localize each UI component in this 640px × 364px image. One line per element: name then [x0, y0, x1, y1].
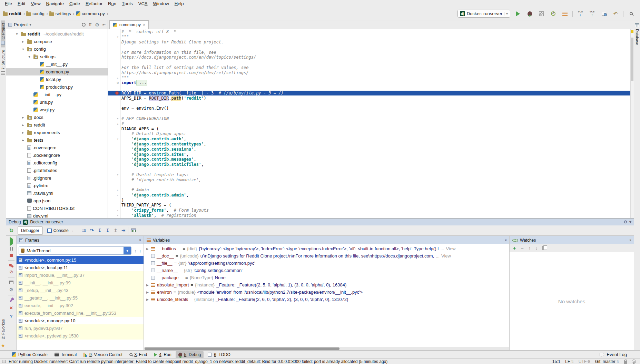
vcs-update-button[interactable]: VCS↓	[576, 10, 584, 18]
step-out-button[interactable]: ↥	[114, 228, 117, 233]
fold-marker-icon[interactable]: ▿	[117, 137, 119, 141]
sidebar-item-favorites[interactable]: 2: Favorites	[1, 316, 5, 342]
tab-debugger[interactable]: Debugger	[18, 226, 43, 235]
scrollbar-thumb[interactable]	[145, 347, 339, 350]
hide-panel-icon[interactable]: ⇤	[102, 22, 106, 27]
fold-marker-icon[interactable]: ▿	[117, 117, 119, 120]
tree-toggle-icon[interactable]: ▾	[21, 47, 26, 51]
resume-button[interactable]	[10, 239, 13, 244]
editor-tab[interactable]: common.py ×	[109, 20, 149, 29]
run-button[interactable]	[514, 10, 522, 18]
code-line[interactable]: ▵ # Admin	[108, 188, 630, 193]
code-line[interactable]: For the full list of settings and their …	[108, 65, 630, 70]
fold-marker-icon[interactable]: ▿	[117, 173, 119, 176]
breakpoint-icon[interactable]	[115, 91, 119, 95]
tree-toggle-icon[interactable]: ▸	[21, 138, 26, 142]
inspections-profile-icon[interactable]	[632, 360, 636, 364]
search-everywhere-button[interactable]	[627, 10, 635, 18]
tree-item[interactable]: ▾settings	[6, 53, 108, 60]
code-line[interactable]	[108, 60, 630, 65]
variable-toggle-icon[interactable]: ▶	[146, 247, 149, 251]
variable-row[interactable]: __doc__ = {unicode} u'\nDjango settings …	[144, 252, 509, 260]
tree-item[interactable]: .coveragerc	[6, 144, 108, 151]
frame-row[interactable]: execute_from_command_line, __init__.py:3…	[17, 309, 144, 317]
tree-item[interactable]: ▸requirements	[6, 129, 108, 136]
run-to-cursor-button[interactable]: ⇥	[121, 228, 125, 233]
gear-icon[interactable]: ⚙	[623, 220, 627, 224]
lock-icon[interactable]	[624, 361, 627, 364]
code-line[interactable]: 'django.contrib.sessions',	[108, 146, 630, 152]
inspection-status-icon[interactable]	[631, 30, 633, 33]
frame-row[interactable]: <module>, manage.py:10	[17, 317, 144, 324]
tree-item[interactable]: .travis.yml	[6, 189, 108, 197]
force-step-into-button[interactable]: ↧	[106, 228, 109, 233]
panel-options-icon[interactable]: ⇥	[628, 238, 631, 242]
menu-item-run[interactable]: Run	[105, 0, 119, 7]
code-line[interactable]: ▿ 'crispy_forms', # Form layouts	[108, 208, 630, 213]
code-line[interactable]: )	[108, 198, 630, 203]
code-line[interactable]: ▿"""	[108, 34, 630, 40]
tree-item[interactable]: .editorconfig	[6, 159, 108, 166]
variable-row[interactable]: ▶unicode_literals = {instance} _Feature:…	[144, 296, 509, 303]
tree-item[interactable]: .pylintrc	[6, 182, 108, 189]
line-separator-widget[interactable]: LF⇅	[565, 359, 574, 364]
tree-toggle-icon[interactable]: ▸	[21, 123, 26, 127]
code-line[interactable]: ▿ 'django.contrib.auth',	[108, 136, 630, 142]
menu-item-window[interactable]: Window	[150, 0, 172, 7]
breadcrumb-item[interactable]: settings	[49, 11, 71, 16]
tree-toggle-icon[interactable]: ▾	[14, 32, 19, 36]
menu-item-edit[interactable]: Edit	[15, 0, 28, 7]
tree-toggle-icon[interactable]: ▸	[21, 115, 26, 119]
variable-toggle-icon[interactable]: ▶	[146, 298, 149, 301]
code-line[interactable]: ▵ 'django.contrib.admin',	[108, 193, 630, 198]
profile-button[interactable]	[549, 10, 557, 18]
panel-options-icon[interactable]: ⇥	[138, 238, 141, 242]
code-area[interactable]: # -*- coding: utf-8 -*-▿"""Django settin…	[108, 29, 630, 218]
show-execution-point-button[interactable]: ⇉	[82, 228, 86, 233]
code-line[interactable]: THIRD_PARTY_APPS = (	[108, 203, 630, 208]
code-line[interactable]: For more information on this file, see	[108, 50, 630, 55]
tree-item[interactable]: __init__.py	[6, 60, 108, 68]
gear-icon[interactable]: ⚙	[95, 22, 99, 27]
help-button[interactable]: ?	[10, 314, 13, 319]
recent-changes-button[interactable]	[600, 10, 608, 18]
frame-row[interactable]: __getattr__, __init__.py:55	[17, 294, 144, 302]
menu-item-help[interactable]: Help	[172, 0, 187, 7]
code-line[interactable]: Django settings for Reddit Clone project…	[108, 40, 630, 45]
move-watch-down-button[interactable]: ↓	[535, 245, 538, 251]
frame-row[interactable]: <module>, local.py:11	[17, 264, 144, 271]
toolwindow-button-python-console[interactable]: Python Console	[9, 351, 50, 358]
sidebar-item-database[interactable]: Database	[635, 20, 639, 48]
frame-row[interactable]: _setup, __init__.py:43	[17, 286, 144, 294]
tree-item[interactable]: ▸reddit	[6, 121, 108, 129]
code-line[interactable]	[108, 167, 630, 172]
fold-marker-icon[interactable]: ▵	[117, 76, 119, 80]
collapse-all-icon[interactable]: ⇈	[89, 22, 92, 27]
tree-item[interactable]: common.py	[6, 68, 108, 75]
code-line[interactable]: 'django.contrib.staticfiles',	[108, 162, 630, 167]
variable-toggle-icon[interactable]: ▶	[146, 283, 149, 287]
stop-button[interactable]	[10, 254, 13, 257]
frame-down-button[interactable]: ↓	[139, 248, 142, 253]
sidebar-item-structure[interactable]: 7: Structure	[1, 47, 5, 78]
caret-position-widget[interactable]: 15:1	[552, 359, 560, 364]
tree-item[interactable]: __init__.py	[6, 91, 108, 98]
code-line[interactable]: ▿# APP CONFIGURATION	[108, 116, 630, 121]
frame-row[interactable]: <module>, common.py:15	[17, 256, 144, 264]
menu-item-view[interactable]: View	[28, 0, 43, 7]
remove-watch-button[interactable]: −	[521, 245, 523, 251]
code-line[interactable]: 'django.contrib.contenttypes',	[108, 142, 630, 147]
variable-row[interactable]: ▶__builtins__ = {dict} {'bytearray': <ty…	[144, 245, 509, 252]
tree-toggle-icon[interactable]: ▸	[21, 40, 26, 43]
fold-marker-icon[interactable]: ⊞	[117, 81, 119, 84]
fold-marker-icon[interactable]: ▵	[117, 188, 119, 192]
menu-item-navigate[interactable]: Navigate	[43, 0, 67, 7]
vcs-commit-button[interactable]: VCS↑	[588, 10, 596, 18]
move-watch-up-button[interactable]: ↑	[528, 245, 531, 251]
code-line[interactable]: 'django.contrib.messages',	[108, 157, 630, 162]
variable-row[interactable]: __package__ = {NoneType} None	[144, 274, 509, 281]
tree-item[interactable]: urls.py	[6, 98, 108, 106]
tree-item[interactable]: wsgi.py	[6, 106, 108, 113]
frame-row[interactable]: <module>, pydevd.py:1530	[17, 332, 144, 340]
menu-item-vcs[interactable]: VCS	[136, 0, 150, 7]
